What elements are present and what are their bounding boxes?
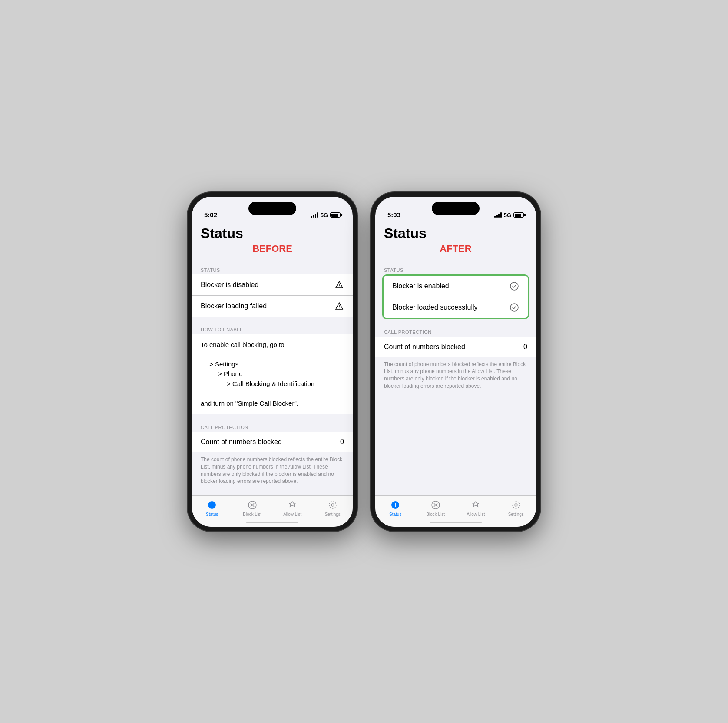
warning-icon-2 — [334, 301, 344, 311]
warning-icon-1 — [334, 280, 344, 290]
network-type: 5G — [321, 212, 328, 218]
svg-point-18 — [515, 504, 517, 506]
allowlist-tab-icon — [287, 499, 298, 511]
svg-point-10 — [329, 502, 336, 508]
dynamic-island-after — [432, 202, 480, 215]
tab-allowlist-after[interactable]: Allow List — [456, 499, 496, 517]
settings-tab-icon-after — [510, 499, 522, 511]
svg-point-3 — [339, 307, 340, 308]
svg-point-12 — [510, 304, 518, 311]
before-phone: 5:02 5G Status BEFORE STATUS — [188, 192, 357, 531]
list-item: Blocker is disabled — [192, 274, 353, 296]
status-group-before: Blocker is disabled Blocker loading fail… — [192, 274, 353, 317]
network-type-after: 5G — [504, 212, 511, 218]
tab-settings-before[interactable]: Settings — [313, 499, 353, 517]
list-item: Blocker loaded successfully — [384, 297, 528, 318]
how-to-header: HOW TO ENABLE — [192, 321, 353, 334]
signal-icon-after — [494, 212, 502, 218]
blocklist-tab-icon — [247, 499, 258, 511]
svg-text:i: i — [211, 502, 213, 508]
tab-label-allowlist-before: Allow List — [283, 512, 301, 517]
tab-status-after[interactable]: i Status — [375, 499, 416, 517]
call-protection-header-before: CALL PROTECTION — [192, 419, 353, 432]
tab-label-allowlist-after: Allow List — [467, 512, 485, 517]
how-to-step1: > Settings — [201, 360, 344, 370]
how-to-step3: > Call Blocking & Identification — [201, 379, 344, 389]
app-content-before: Status BEFORE STATUS Blocker is disabled — [192, 221, 353, 495]
tab-label-blocklist-after: Block List — [426, 512, 445, 517]
phone-frame-after: 5:03 5G Status AFTER STATUS — [371, 192, 540, 531]
how-to-step2: > Phone — [201, 369, 344, 379]
blocker-disabled-label: Blocker is disabled — [201, 281, 258, 289]
how-to-text: To enable call blocking, go to — [201, 340, 344, 350]
check-icon-2 — [510, 303, 519, 312]
phone-frame-before: 5:02 5G Status BEFORE STATUS — [188, 192, 357, 531]
svg-point-1 — [339, 286, 340, 287]
tab-label-settings-after: Settings — [508, 512, 524, 517]
count-item-after: Count of numbers blocked 0 — [375, 337, 536, 357]
app-header-before: Status BEFORE — [192, 221, 353, 261]
tab-status-before[interactable]: i Status — [192, 499, 232, 517]
count-value-after: 0 — [523, 343, 527, 351]
page-title-before: Status — [201, 225, 344, 241]
status-right-after: 5G — [494, 212, 524, 218]
svg-text:i: i — [394, 502, 396, 508]
status-right-before: 5G — [311, 212, 341, 218]
home-indicator-after — [430, 522, 482, 523]
app-content-after: Status AFTER STATUS Blocker is enabled B… — [375, 221, 536, 495]
blocklist-tab-icon-after — [430, 499, 441, 511]
check-icon-1 — [510, 281, 519, 291]
after-phone: 5:03 5G Status AFTER STATUS — [371, 192, 540, 531]
dynamic-island — [248, 202, 296, 215]
call-protection-group-before: Count of numbers blocked 0 — [192, 432, 353, 452]
footnote-before: The count of phone numbers blocked refle… — [192, 452, 353, 491]
count-label-after: Count of numbers blocked — [384, 343, 465, 351]
after-label: AFTER — [384, 241, 527, 258]
blocker-loading-failed-label: Blocker loading failed — [201, 302, 267, 310]
count-label-before: Count of numbers blocked — [201, 438, 282, 446]
tab-allowlist-before[interactable]: Allow List — [272, 499, 313, 517]
svg-point-9 — [331, 504, 334, 506]
app-header-after: Status AFTER — [375, 221, 536, 261]
svg-point-19 — [513, 502, 520, 508]
home-indicator-before — [246, 522, 298, 523]
signal-icon — [311, 212, 318, 218]
list-item: Blocker is enabled — [384, 276, 528, 297]
tab-blocklist-before[interactable]: Block List — [232, 499, 273, 517]
blocker-enabled-label: Blocker is enabled — [392, 282, 449, 290]
settings-tab-icon — [327, 499, 338, 511]
status-tab-icon: i — [206, 499, 218, 511]
tab-settings-after[interactable]: Settings — [496, 499, 536, 517]
battery-icon-after — [513, 212, 524, 218]
svg-point-11 — [510, 282, 518, 290]
tab-label-blocklist-before: Block List — [243, 512, 261, 517]
count-value-before: 0 — [340, 438, 344, 446]
before-label: BEFORE — [201, 241, 344, 258]
allowlist-tab-icon-after — [470, 499, 481, 511]
footnote-after: The count of phone numbers blocked refle… — [375, 357, 536, 396]
how-to-footer: and turn on "Simple Call Blocker". — [201, 399, 344, 409]
status-section-header-before: STATUS — [192, 261, 353, 274]
status-section-header-after: STATUS — [375, 261, 536, 274]
how-to-section: To enable call blocking, go to > Setting… — [192, 334, 353, 415]
tab-label-settings-before: Settings — [325, 512, 341, 517]
page-title-after: Status — [384, 225, 527, 241]
blocker-loaded-label: Blocker loaded successfully — [392, 304, 478, 311]
call-protection-group-after: Count of numbers blocked 0 — [375, 337, 536, 357]
count-item-before: Count of numbers blocked 0 — [192, 432, 353, 452]
list-item: Blocker loading failed — [192, 296, 353, 317]
tab-label-status-after: Status — [389, 512, 401, 517]
status-group-after: Blocker is enabled Blocker loaded succes… — [382, 274, 529, 319]
call-protection-header-after: CALL PROTECTION — [375, 324, 536, 337]
time-before: 5:02 — [204, 211, 217, 218]
tab-blocklist-after[interactable]: Block List — [416, 499, 456, 517]
tab-label-status-before: Status — [206, 512, 218, 517]
battery-icon — [330, 212, 341, 218]
time-after: 5:03 — [387, 211, 400, 218]
status-tab-icon-after: i — [390, 499, 401, 511]
